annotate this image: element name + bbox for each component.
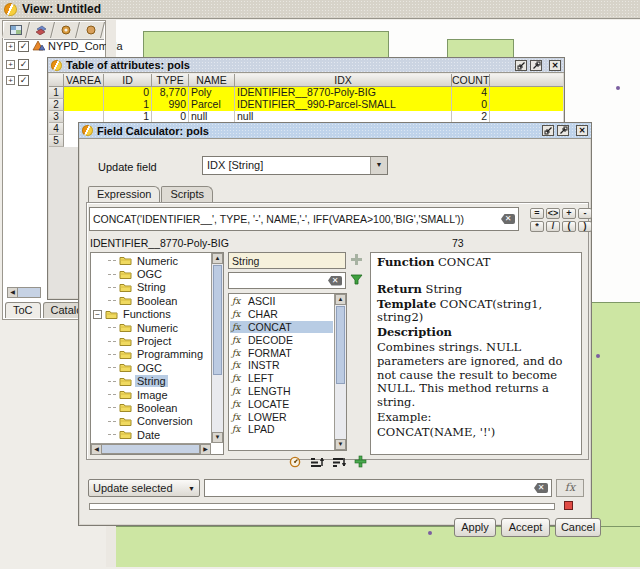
row-number[interactable]: 1 (49, 87, 64, 99)
tree-item-boolean[interactable]: Boolean (93, 294, 210, 307)
clear-search-icon[interactable]: ✕ (328, 276, 342, 286)
restore-icon[interactable] (542, 125, 554, 136)
tree-item-numeric[interactable]: Numeric (93, 254, 210, 267)
table-cell[interactable]: IDENTIFIER__990-Parcel-SMALL (235, 99, 452, 111)
operator-button[interactable]: = (530, 208, 544, 219)
function-item-ascii[interactable]: ƒxASCII (230, 295, 333, 308)
list-vertical-scrollbar[interactable]: ▲ ▼ (334, 294, 346, 450)
chevron-down-icon[interactable]: ▼ (370, 157, 387, 174)
table-cell[interactable]: 990 (152, 99, 189, 111)
table-cell[interactable] (64, 87, 104, 99)
category-tree[interactable]: NumericOGCStringBoolean−FunctionsNumeric… (93, 254, 210, 443)
clear-field-icon[interactable]: ✕ (534, 483, 548, 493)
function-item-locate[interactable]: ƒxLOCATE (230, 397, 333, 410)
apply-button[interactable]: Apply (454, 518, 496, 537)
tree-horizontal-scrollbar[interactable]: ◀ ▶ (91, 443, 211, 454)
tree-item-programming[interactable]: Programming (93, 348, 210, 361)
layer-checkbox[interactable]: ✓ (18, 59, 29, 70)
operator-button[interactable]: <> (546, 208, 560, 219)
table-cell[interactable]: 0 (452, 99, 490, 111)
operator-button[interactable]: / (546, 221, 560, 232)
tab-donut[interactable] (52, 22, 80, 38)
filter-funnel-icon[interactable] (350, 273, 363, 286)
update-mode-dropdown[interactable]: Update selected ▼ (88, 479, 200, 497)
main-window-titlebar[interactable]: View: Untitled (0, 0, 640, 19)
function-list[interactable]: ƒxASCIIƒxCHARƒxCONCATƒxDECODEƒxFORMATƒxI… (230, 295, 333, 449)
tree-item-date[interactable]: Date (93, 428, 210, 441)
map-point[interactable] (616, 86, 620, 90)
column-header-count[interactable]: COUNT (452, 74, 490, 87)
map-point[interactable] (428, 531, 432, 535)
fx-button[interactable]: fx (556, 479, 584, 497)
sort-ascending-icon[interactable] (310, 456, 324, 468)
scroll-down-button[interactable]: ▼ (212, 432, 223, 443)
toc-layer-row[interactable]: +✓ (6, 73, 29, 87)
layer-checkbox[interactable]: ✓ (18, 75, 29, 86)
expand-icon[interactable]: + (6, 60, 15, 69)
operator-button[interactable]: - (578, 208, 592, 219)
column-header-name[interactable]: NAME (189, 74, 235, 87)
column-header-type[interactable]: TYPE (152, 74, 189, 87)
expand-icon[interactable]: + (6, 42, 15, 51)
tree-item-numeric[interactable]: Numeric (93, 321, 210, 334)
row-number[interactable]: 4 (49, 123, 64, 135)
accept-button[interactable]: Accept (501, 518, 550, 537)
tree-item-ogc[interactable]: OGC (93, 267, 210, 280)
table-cell[interactable]: IDENTIFIER__8770-Poly-BIG (235, 87, 452, 99)
tree-item-conversion[interactable]: Conversion (93, 415, 210, 428)
scroll-down-button[interactable]: ▼ (335, 439, 346, 450)
table-cell[interactable] (64, 99, 104, 111)
close-icon[interactable]: ✕ (549, 60, 561, 71)
tab-map-view[interactable] (2, 22, 30, 38)
field-calculator-titlebar[interactable]: Field Calculator: pols ✕ (79, 123, 591, 139)
function-item-instr[interactable]: ƒxINSTR (230, 359, 333, 372)
scroll-up-button[interactable]: ▲ (212, 253, 223, 264)
toc-layer-row[interactable]: +✓ (6, 57, 29, 71)
tab-toc[interactable]: ToC (5, 302, 41, 318)
update-field-combobox[interactable]: IDX [String] ▼ (202, 156, 388, 175)
function-item-format[interactable]: ƒxFORMAT (230, 346, 333, 359)
operator-button[interactable]: ( (562, 221, 576, 232)
function-item-left[interactable]: ƒxLEFT (230, 372, 333, 385)
tree-item-boolean[interactable]: Boolean (93, 401, 210, 414)
maximize-icon[interactable] (530, 60, 542, 71)
tree-item-string[interactable]: String (93, 281, 210, 294)
row-number[interactable]: 2 (49, 99, 64, 111)
table-row[interactable]: 21990ParcelIDENTIFIER__990-Parcel-SMALL0 (49, 99, 563, 111)
scroll-right-button[interactable]: ▶ (200, 444, 211, 455)
restore-icon[interactable] (515, 60, 527, 71)
tab-scripts[interactable]: Scripts (161, 186, 213, 202)
column-header-varea[interactable]: VAREA (64, 74, 104, 87)
table-row[interactable]: 108,770PolyIDENTIFIER__8770-Poly-BIG4 (49, 87, 563, 99)
function-item-concat[interactable]: ƒxCONCAT (230, 321, 333, 334)
scrollbar-track[interactable] (18, 287, 41, 298)
add-category-icon[interactable] (350, 253, 363, 266)
column-header-idx[interactable]: IDX (235, 74, 452, 87)
function-item-length[interactable]: ƒxLENGTH (230, 385, 333, 398)
layer-checkbox[interactable]: ✓ (18, 41, 29, 52)
tree-item-ogc[interactable]: OGC (93, 361, 210, 374)
map-polygon[interactable] (588, 302, 640, 528)
close-icon[interactable]: ✕ (576, 125, 588, 136)
scroll-left-button[interactable]: ◀ (91, 444, 102, 455)
function-item-lower[interactable]: ƒxLOWER (230, 410, 333, 423)
table-cell[interactable]: Poly (189, 87, 235, 99)
add-function-icon[interactable] (354, 455, 367, 468)
scroll-up-button[interactable]: ▲ (335, 294, 346, 305)
maximize-icon[interactable] (557, 125, 569, 136)
function-item-decode[interactable]: ƒxDECODE (230, 333, 333, 346)
tree-item-project[interactable]: Project (93, 334, 210, 347)
clear-expression-icon[interactable]: ✕ (501, 214, 515, 224)
operator-button[interactable]: ) (578, 221, 592, 232)
tab-expression[interactable]: Expression (88, 186, 160, 202)
map-point[interactable] (596, 354, 600, 358)
tab-layers[interactable] (27, 22, 55, 38)
tab-circle[interactable] (77, 22, 105, 38)
table-cell[interactable]: 8,770 (152, 87, 189, 99)
scroll-left-button[interactable]: ◀ (7, 287, 18, 298)
sort-descending-icon[interactable] (332, 456, 346, 468)
cancel-button[interactable]: Cancel (555, 518, 601, 537)
tree-item-string[interactable]: String (93, 375, 210, 388)
row-number[interactable]: 5 (49, 135, 64, 147)
function-item-char[interactable]: ƒxCHAR (230, 308, 333, 321)
